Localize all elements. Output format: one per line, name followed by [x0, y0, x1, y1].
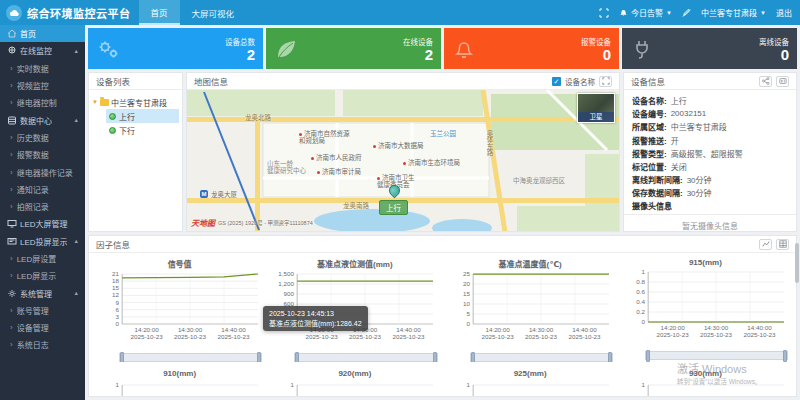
- sidebar-item-LED屏设置[interactable]: ›LED屏设置: [0, 250, 85, 267]
- submenu-arrow-icon: ›: [10, 64, 13, 73]
- sidebar-item-实时数据[interactable]: ›实时数据: [0, 60, 85, 77]
- sidebar-item-LED屏显示[interactable]: ›LED屏显示: [0, 267, 85, 284]
- svg-text:2025-10-23: 2025-10-23: [656, 331, 689, 338]
- datazoom-selection[interactable]: [299, 354, 432, 361]
- stat-card-在线设备[interactable]: 在线设备2: [266, 28, 441, 69]
- svg-text:14:20:00: 14:20:00: [134, 326, 159, 333]
- chart-plot[interactable]: 03691215182114:20:002025-10-2314:30:0020…: [95, 270, 264, 348]
- info-field-label: 标记位置:: [632, 161, 667, 172]
- tree-expand-icon[interactable]: ▼: [92, 99, 98, 105]
- line-chart-icon[interactable]: [759, 239, 772, 250]
- sidebar-item-在线监控[interactable]: 在线监控▲: [0, 42, 85, 59]
- logout-button[interactable]: 退出: [776, 7, 792, 18]
- sidebar-item-账号管理[interactable]: ›账号管理: [0, 302, 85, 319]
- stat-card-text: 设备总数2: [225, 36, 255, 62]
- info-field-label: 设备名称:: [632, 95, 667, 106]
- sidebar-item-拍照记录[interactable]: ›拍照记录: [0, 198, 85, 215]
- alarm-dropdown[interactable]: 今日告警 ▼: [619, 7, 672, 18]
- map-label-中海奥龙观邸西区: 中海奥龙观邸西区: [513, 177, 565, 184]
- sidebar-item-label: 账号管理: [17, 305, 49, 316]
- tree-node-下行[interactable]: 下行: [106, 123, 179, 137]
- info-field-label: 报警推送:: [632, 135, 667, 146]
- plug-icon: [630, 38, 654, 60]
- device-name-checkbox[interactable]: ✓: [552, 77, 561, 86]
- datazoom-handle-right[interactable]: [608, 352, 612, 362]
- chart-plot[interactable]: 051015202514:20:002025-10-2314:30:002025…: [446, 270, 615, 348]
- chart-920(mm): 920(mm)1: [270, 366, 439, 397]
- sidebar-item-系统日志[interactable]: ›系统日志: [0, 336, 85, 353]
- svg-text:2025-10-23: 2025-10-23: [306, 333, 339, 340]
- info-field-value: 开: [671, 135, 679, 146]
- sidebar-item-数据中心[interactable]: 数据中心▲: [0, 111, 85, 128]
- tianditu-logo: 天地图: [191, 217, 215, 228]
- stat-card-设备总数[interactable]: 设备总数2: [88, 28, 263, 69]
- datazoom-slider[interactable]: [645, 351, 788, 360]
- datazoom-slider[interactable]: [470, 353, 613, 362]
- sidebar-item-label: 通知记录: [17, 184, 49, 195]
- satellite-toggle[interactable]: 卫星: [577, 93, 615, 123]
- datazoom-handle-left[interactable]: [295, 352, 299, 362]
- sidebar-item-首页[interactable]: 首页: [0, 25, 85, 42]
- sidebar-item-label: 继电器控制: [17, 97, 57, 108]
- sidebar-item-通知记录[interactable]: ›通知记录: [0, 181, 85, 198]
- tree-node-上行[interactable]: 上行: [106, 109, 179, 123]
- org-dropdown[interactable]: 中兰客专甘肃段 ▼: [701, 7, 766, 18]
- folder-icon: [100, 99, 109, 106]
- stat-card-报警设备[interactable]: 报警设备0: [444, 28, 619, 69]
- map-fullscreen-icon[interactable]: [599, 76, 612, 87]
- stat-card-value: 0: [759, 47, 789, 62]
- edit-icon[interactable]: [682, 8, 691, 17]
- datazoom-slider[interactable]: [294, 353, 437, 362]
- map-canvas[interactable]: 卫星 天地图 GS (2025) 1920号 - 甲测资字11110874 龙奥…: [187, 90, 619, 231]
- device-list-header: 设备列表: [89, 73, 182, 90]
- chart-plot-partial[interactable]: 1: [446, 379, 615, 397]
- map-panel: 地图信息 ✓ 设备名称 卫星 天地图: [186, 72, 620, 232]
- datazoom-handle-right[interactable]: [783, 350, 787, 362]
- datazoom-selection[interactable]: [650, 352, 783, 359]
- svg-text:14:40:00: 14:40:00: [397, 326, 422, 333]
- datazoom-selection[interactable]: [124, 354, 257, 361]
- svg-text:1: 1: [641, 381, 645, 388]
- svg-text:3: 3: [116, 313, 120, 320]
- stat-card-label: 在线设备: [403, 36, 433, 47]
- chart-plot-partial[interactable]: 1: [621, 379, 790, 397]
- fullscreen-icon[interactable]: [599, 8, 609, 18]
- sidebar-item-继电器操作记录[interactable]: ›继电器操作记录: [0, 163, 85, 180]
- stat-card-离线设备[interactable]: 离线设备0: [622, 28, 797, 69]
- id-card-icon[interactable]: [776, 76, 789, 87]
- chart-plot-partial[interactable]: 1: [95, 379, 264, 397]
- sidebar-item-系统管理[interactable]: 系统管理▲: [0, 284, 85, 301]
- grid-view-icon[interactable]: [776, 239, 789, 250]
- datazoom-handle-right[interactable]: [433, 352, 437, 362]
- datazoom-handle-left[interactable]: [120, 352, 124, 362]
- sidebar-item-LED投屏显示[interactable]: LED投屏显示▲: [0, 233, 85, 250]
- scrollbar-thumb[interactable]: [795, 243, 799, 283]
- svg-text:18: 18: [112, 277, 120, 284]
- sidebar-item-继电器控制[interactable]: ›继电器控制: [0, 94, 85, 111]
- map-marker-label[interactable]: 上行: [379, 200, 408, 215]
- chart-plot[interactable]: 00.20.40.60.8114:20:002025-10-2314:30:00…: [621, 268, 790, 346]
- camera-empty-text: 暂无摄像头信息: [632, 215, 788, 231]
- datazoom-slider[interactable]: [119, 353, 262, 362]
- nav-tab-首页[interactable]: 首页: [139, 0, 180, 25]
- share-icon[interactable]: [759, 76, 772, 87]
- datazoom-selection[interactable]: [475, 354, 608, 361]
- sidebar-item-LED大屏管理[interactable]: LED大屏管理: [0, 215, 85, 232]
- datazoom-handle-left[interactable]: [471, 352, 475, 362]
- sidebar-item-设备管理[interactable]: ›设备管理: [0, 319, 85, 336]
- chart-tooltip: 2025-10-23 14:45:13 基准点液位测值(mm):1286.42: [263, 306, 368, 331]
- sidebar-item-报警数据[interactable]: ›报警数据: [0, 146, 85, 163]
- chart-plot-partial[interactable]: 1: [270, 379, 439, 397]
- datazoom-handle-left[interactable]: [646, 350, 650, 362]
- tree-root-node[interactable]: ▼中兰客专甘肃段: [92, 95, 179, 109]
- device-info-body: 设备名称:上行设备编号:20032151所属区域:中兰客专甘肃段报警推送:开报警…: [624, 90, 796, 231]
- stat-card-text: 在线设备2: [403, 36, 433, 62]
- sidebar-item-历史数据[interactable]: ›历史数据: [0, 129, 85, 146]
- nav-tab-大屏可视化[interactable]: 大屏可视化: [180, 0, 247, 25]
- chevron-up-icon: ▲: [74, 238, 79, 244]
- datazoom-handle-right[interactable]: [257, 352, 261, 362]
- submenu-arrow-icon: ›: [10, 98, 13, 107]
- sidebar-item-视频监控[interactable]: ›视频监控: [0, 77, 85, 94]
- svg-text:2025-10-23: 2025-10-23: [743, 331, 776, 338]
- led-icon: [6, 219, 17, 228]
